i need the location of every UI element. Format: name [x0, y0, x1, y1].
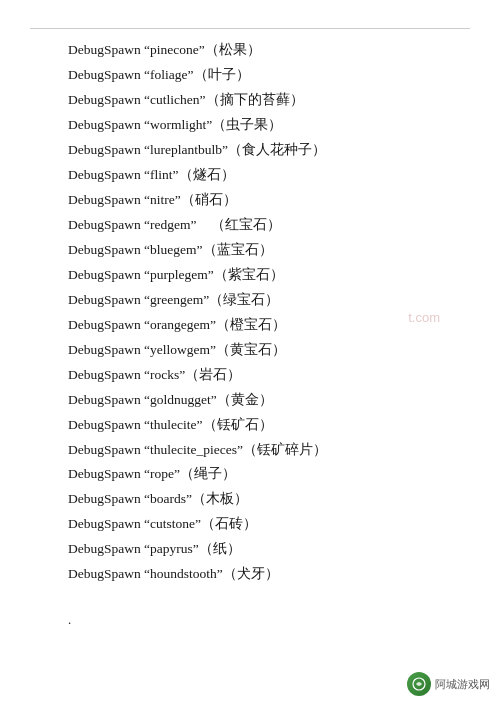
list-item: DebugSpawn “bluegem”（蓝宝石） — [68, 238, 480, 263]
list-item: DebugSpawn “foliage”（叶子） — [68, 63, 480, 88]
list-item: DebugSpawn “orangegem”（橙宝石） — [68, 313, 480, 338]
list-item: DebugSpawn “redgem” （红宝石） — [68, 213, 480, 238]
list-item: DebugSpawn “greengem”（绿宝石） — [68, 288, 480, 313]
list-item: DebugSpawn “thulecite_pieces”（铥矿碎片） — [68, 438, 480, 463]
list-item: DebugSpawn “pinecone”（松果） — [68, 38, 480, 63]
list-item: DebugSpawn “houndstooth”（犬牙） — [68, 562, 480, 587]
list-item: DebugSpawn “wormlight”（虫子果） — [68, 113, 480, 138]
dot-marker: . — [68, 612, 71, 628]
list-item: DebugSpawn “boards”（木板） — [68, 487, 480, 512]
list-item: DebugSpawn “yellowgem”（黄宝石） — [68, 338, 480, 363]
list-item: DebugSpawn “lureplantbulb”（食人花种子） — [68, 138, 480, 163]
footer-site-name: 阿城游戏网 — [435, 677, 490, 692]
list-item: DebugSpawn “flint”（燧石） — [68, 163, 480, 188]
list-item: DebugSpawn “thulecite”（铥矿石） — [68, 413, 480, 438]
list-item: DebugSpawn “nitre”（硝石） — [68, 188, 480, 213]
list-item: DebugSpawn “goldnugget”（黄金） — [68, 388, 480, 413]
list-item: DebugSpawn “rocks”（岩石） — [68, 363, 480, 388]
top-divider — [30, 28, 470, 29]
list-item: DebugSpawn “cutstone”（石砖） — [68, 512, 480, 537]
list-item: DebugSpawn “purplegem”（紫宝石） — [68, 263, 480, 288]
list-item: DebugSpawn “rope”（绳子） — [68, 462, 480, 487]
list-item: DebugSpawn “papyrus”（纸） — [68, 537, 480, 562]
footer-logo: 阿城游戏网 — [407, 672, 490, 696]
content-area: DebugSpawn “pinecone”（松果）DebugSpawn “fol… — [68, 38, 480, 587]
list-item: DebugSpawn “cutlichen”（摘下的苔藓） — [68, 88, 480, 113]
logo-icon — [407, 672, 431, 696]
